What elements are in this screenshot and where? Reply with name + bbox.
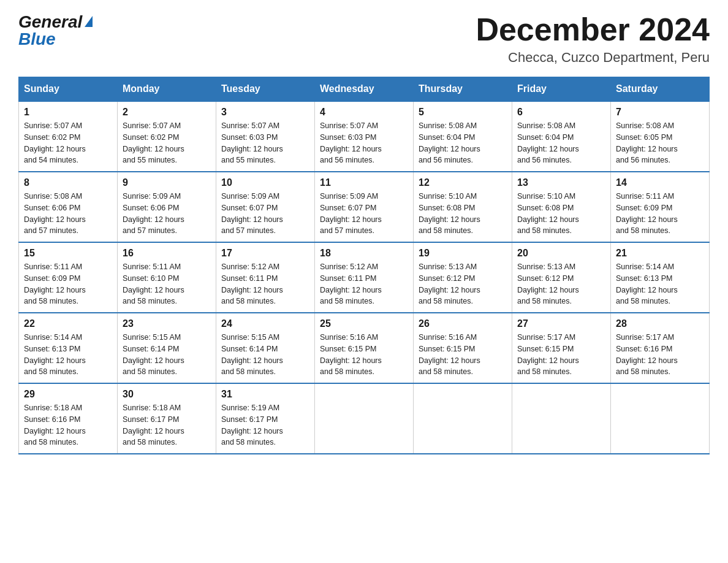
day-info: Sunrise: 5:09 AMSunset: 6:06 PMDaylight:… <box>123 191 211 237</box>
calendar-cell: 17Sunrise: 5:12 AMSunset: 6:11 PMDayligh… <box>216 242 315 313</box>
day-info: Sunrise: 5:11 AMSunset: 6:10 PMDaylight:… <box>123 261 211 307</box>
column-header-saturday: Saturday <box>611 77 710 102</box>
day-number: 11 <box>320 177 408 188</box>
calendar-cell <box>414 383 512 454</box>
calendar-cell: 24Sunrise: 5:15 AMSunset: 6:14 PMDayligh… <box>216 313 315 383</box>
day-info: Sunrise: 5:11 AMSunset: 6:09 PMDaylight:… <box>24 261 112 307</box>
day-number: 21 <box>616 248 704 259</box>
calendar-week-2: 8Sunrise: 5:08 AMSunset: 6:06 PMDaylight… <box>19 172 710 242</box>
day-number: 17 <box>221 248 309 259</box>
day-info: Sunrise: 5:08 AMSunset: 6:05 PMDaylight:… <box>616 120 704 166</box>
day-number: 24 <box>221 318 309 329</box>
calendar-cell: 19Sunrise: 5:13 AMSunset: 6:12 PMDayligh… <box>414 242 512 313</box>
day-info: Sunrise: 5:14 AMSunset: 6:13 PMDaylight:… <box>616 261 704 307</box>
calendar-week-5: 29Sunrise: 5:18 AMSunset: 6:16 PMDayligh… <box>19 383 710 454</box>
day-number: 3 <box>221 107 309 118</box>
calendar-table: SundayMondayTuesdayWednesdayThursdayFrid… <box>18 77 710 454</box>
day-info: Sunrise: 5:18 AMSunset: 6:17 PMDaylight:… <box>123 402 211 448</box>
calendar-cell: 28Sunrise: 5:17 AMSunset: 6:16 PMDayligh… <box>611 313 710 383</box>
day-info: Sunrise: 5:14 AMSunset: 6:13 PMDaylight:… <box>24 332 112 378</box>
day-info: Sunrise: 5:11 AMSunset: 6:09 PMDaylight:… <box>616 191 704 237</box>
day-info: Sunrise: 5:10 AMSunset: 6:08 PMDaylight:… <box>517 191 605 237</box>
day-info: Sunrise: 5:19 AMSunset: 6:17 PMDaylight:… <box>221 402 309 448</box>
day-number: 6 <box>517 107 605 118</box>
day-info: Sunrise: 5:07 AMSunset: 6:02 PMDaylight:… <box>123 120 211 166</box>
day-number: 8 <box>24 177 112 188</box>
day-number: 22 <box>24 318 112 329</box>
column-header-thursday: Thursday <box>414 77 512 102</box>
day-info: Sunrise: 5:08 AMSunset: 6:04 PMDaylight:… <box>419 120 507 166</box>
calendar-cell: 13Sunrise: 5:10 AMSunset: 6:08 PMDayligh… <box>512 172 611 242</box>
calendar-cell: 12Sunrise: 5:10 AMSunset: 6:08 PMDayligh… <box>414 172 512 242</box>
column-header-wednesday: Wednesday <box>315 77 414 102</box>
day-number: 12 <box>419 177 507 188</box>
column-header-sunday: Sunday <box>19 77 118 102</box>
calendar-cell: 26Sunrise: 5:16 AMSunset: 6:15 PMDayligh… <box>414 313 512 383</box>
column-header-friday: Friday <box>512 77 611 102</box>
calendar-cell: 14Sunrise: 5:11 AMSunset: 6:09 PMDayligh… <box>611 172 710 242</box>
calendar-cell: 30Sunrise: 5:18 AMSunset: 6:17 PMDayligh… <box>118 383 216 454</box>
day-info: Sunrise: 5:09 AMSunset: 6:07 PMDaylight:… <box>221 191 309 237</box>
calendar-cell: 16Sunrise: 5:11 AMSunset: 6:10 PMDayligh… <box>118 242 216 313</box>
day-info: Sunrise: 5:12 AMSunset: 6:11 PMDaylight:… <box>221 261 309 307</box>
calendar-cell: 2Sunrise: 5:07 AMSunset: 6:02 PMDaylight… <box>118 101 216 172</box>
day-number: 27 <box>517 318 605 329</box>
day-number: 4 <box>320 107 408 118</box>
day-info: Sunrise: 5:13 AMSunset: 6:12 PMDaylight:… <box>517 261 605 307</box>
calendar-cell <box>315 383 414 454</box>
day-number: 25 <box>320 318 408 329</box>
day-number: 16 <box>123 248 211 259</box>
day-number: 26 <box>419 318 507 329</box>
calendar-cell: 3Sunrise: 5:07 AMSunset: 6:03 PMDaylight… <box>216 101 315 172</box>
day-info: Sunrise: 5:07 AMSunset: 6:03 PMDaylight:… <box>320 120 408 166</box>
calendar-cell: 29Sunrise: 5:18 AMSunset: 6:16 PMDayligh… <box>19 383 118 454</box>
calendar-cell <box>512 383 611 454</box>
calendar-cell: 8Sunrise: 5:08 AMSunset: 6:06 PMDaylight… <box>19 172 118 242</box>
calendar-cell: 7Sunrise: 5:08 AMSunset: 6:05 PMDaylight… <box>611 101 710 172</box>
day-number: 7 <box>616 107 704 118</box>
day-number: 14 <box>616 177 704 188</box>
calendar-cell: 20Sunrise: 5:13 AMSunset: 6:12 PMDayligh… <box>512 242 611 313</box>
day-number: 13 <box>517 177 605 188</box>
calendar-cell <box>611 383 710 454</box>
day-number: 20 <box>517 248 605 259</box>
calendar-cell: 11Sunrise: 5:09 AMSunset: 6:07 PMDayligh… <box>315 172 414 242</box>
logo: General Blue <box>18 12 93 49</box>
day-info: Sunrise: 5:15 AMSunset: 6:14 PMDaylight:… <box>221 332 309 378</box>
day-number: 10 <box>221 177 309 188</box>
calendar-cell: 15Sunrise: 5:11 AMSunset: 6:09 PMDayligh… <box>19 242 118 313</box>
day-info: Sunrise: 5:12 AMSunset: 6:11 PMDaylight:… <box>320 261 408 307</box>
day-info: Sunrise: 5:17 AMSunset: 6:15 PMDaylight:… <box>517 332 605 378</box>
calendar-cell: 9Sunrise: 5:09 AMSunset: 6:06 PMDaylight… <box>118 172 216 242</box>
calendar-cell: 10Sunrise: 5:09 AMSunset: 6:07 PMDayligh… <box>216 172 315 242</box>
logo-blue: Blue <box>18 29 56 49</box>
day-number: 2 <box>123 107 211 118</box>
day-number: 31 <box>221 389 309 400</box>
calendar-cell: 4Sunrise: 5:07 AMSunset: 6:03 PMDaylight… <box>315 101 414 172</box>
day-info: Sunrise: 5:13 AMSunset: 6:12 PMDaylight:… <box>419 261 507 307</box>
calendar-week-1: 1Sunrise: 5:07 AMSunset: 6:02 PMDaylight… <box>19 101 710 172</box>
day-info: Sunrise: 5:10 AMSunset: 6:08 PMDaylight:… <box>419 191 507 237</box>
day-number: 23 <box>123 318 211 329</box>
calendar-cell: 6Sunrise: 5:08 AMSunset: 6:04 PMDaylight… <box>512 101 611 172</box>
day-info: Sunrise: 5:08 AMSunset: 6:06 PMDaylight:… <box>24 191 112 237</box>
day-info: Sunrise: 5:17 AMSunset: 6:16 PMDaylight:… <box>616 332 704 378</box>
calendar-cell: 18Sunrise: 5:12 AMSunset: 6:11 PMDayligh… <box>315 242 414 313</box>
calendar-cell: 25Sunrise: 5:16 AMSunset: 6:15 PMDayligh… <box>315 313 414 383</box>
page-header: General Blue December 2024 Checca, Cuzco… <box>18 12 710 66</box>
day-number: 18 <box>320 248 408 259</box>
day-number: 30 <box>123 389 211 400</box>
day-number: 19 <box>419 248 507 259</box>
calendar-title: December 2024 <box>476 12 710 47</box>
day-info: Sunrise: 5:09 AMSunset: 6:07 PMDaylight:… <box>320 191 408 237</box>
day-number: 15 <box>24 248 112 259</box>
calendar-subtitle: Checca, Cuzco Department, Peru <box>476 50 710 66</box>
calendar-cell: 21Sunrise: 5:14 AMSunset: 6:13 PMDayligh… <box>611 242 710 313</box>
day-info: Sunrise: 5:15 AMSunset: 6:14 PMDaylight:… <box>123 332 211 378</box>
day-number: 29 <box>24 389 112 400</box>
column-header-monday: Monday <box>118 77 216 102</box>
day-info: Sunrise: 5:18 AMSunset: 6:16 PMDaylight:… <box>24 402 112 448</box>
calendar-week-4: 22Sunrise: 5:14 AMSunset: 6:13 PMDayligh… <box>19 313 710 383</box>
day-number: 1 <box>24 107 112 118</box>
day-number: 5 <box>419 107 507 118</box>
